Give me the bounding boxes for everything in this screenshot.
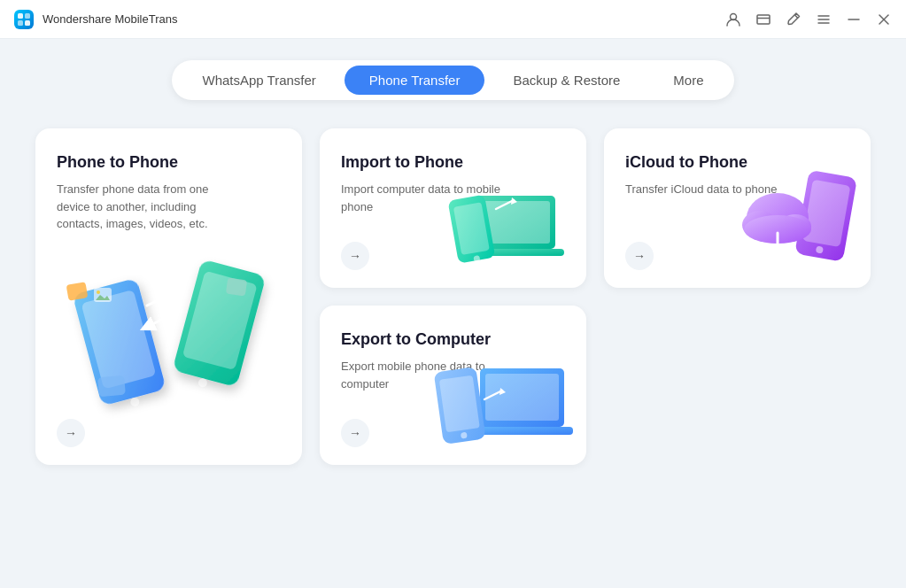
- svg-rect-5: [757, 15, 770, 24]
- svg-marker-40: [770, 245, 785, 256]
- titlebar-left: Wondershare MobileTrans: [14, 10, 177, 29]
- svg-rect-20: [225, 278, 246, 297]
- svg-rect-2: [18, 20, 23, 26]
- svg-rect-21: [97, 375, 126, 398]
- card-import-to-phone[interactable]: Import to Phone Import computer data to …: [320, 128, 586, 288]
- profile-icon[interactable]: [725, 12, 741, 27]
- tab-whatsapp-transfer[interactable]: WhatsApp Transfer: [177, 66, 340, 95]
- tab-backup-restore[interactable]: Backup & Restore: [488, 66, 645, 95]
- titlebar: Wondershare MobileTrans: [0, 0, 906, 39]
- menu-icon[interactable]: [816, 12, 832, 27]
- phone-to-phone-illustration: [63, 239, 275, 416]
- card-phone-to-phone-arrow[interactable]: →: [57, 419, 85, 447]
- svg-rect-43: [471, 427, 573, 435]
- titlebar-controls: [725, 12, 892, 27]
- import-illustration: [453, 160, 577, 275]
- tab-phone-transfer[interactable]: Phone Transfer: [345, 66, 485, 95]
- card-export-arrow[interactable]: →: [341, 419, 369, 447]
- tab-more[interactable]: More: [648, 66, 728, 95]
- svg-point-24: [97, 290, 100, 294]
- cards-grid: Phone to Phone Transfer phone data from …: [35, 128, 871, 465]
- card-export-to-computer[interactable]: Export to Computer Export mobile phone d…: [320, 306, 586, 465]
- card-phone-to-phone-title: Phone to Phone: [57, 153, 281, 172]
- svg-rect-19: [66, 282, 88, 301]
- svg-rect-42: [485, 374, 559, 421]
- icloud-illustration: [738, 160, 862, 275]
- svg-rect-0: [18, 13, 23, 19]
- edit-icon[interactable]: [786, 12, 801, 27]
- app-icon: [14, 10, 34, 29]
- card-icloud-arrow[interactable]: →: [625, 242, 654, 270]
- export-illustration: [436, 337, 577, 453]
- svg-rect-3: [25, 20, 30, 26]
- card-phone-to-phone-desc: Transfer phone data from one device to a…: [57, 181, 216, 233]
- window-icon[interactable]: [755, 12, 771, 27]
- card-icloud-to-phone[interactable]: iCloud to Phone Transfer iCloud data to …: [604, 128, 871, 288]
- svg-rect-14: [81, 290, 156, 389]
- close-icon[interactable]: [876, 12, 892, 27]
- main-content: WhatsApp Transfer Phone Transfer Backup …: [0, 39, 906, 588]
- svg-rect-1: [25, 13, 30, 19]
- card-import-arrow[interactable]: →: [341, 242, 369, 270]
- card-phone-to-phone[interactable]: Phone to Phone Transfer phone data from …: [35, 128, 302, 465]
- tab-navigation: WhatsApp Transfer Phone Transfer Backup …: [172, 60, 733, 100]
- minimize-icon[interactable]: [846, 12, 862, 27]
- app-title: Wondershare MobileTrans: [43, 12, 177, 26]
